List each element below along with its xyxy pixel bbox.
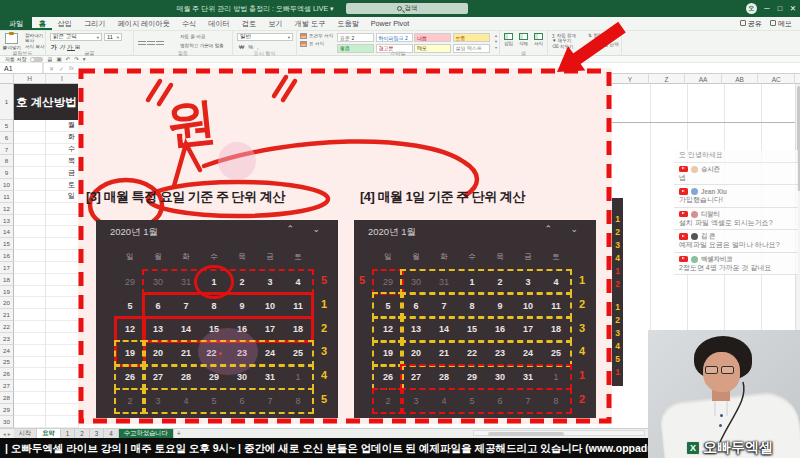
column-header[interactable]: I bbox=[46, 74, 79, 83]
redo-icon[interactable]: ↷ bbox=[74, 56, 79, 62]
row-header-12[interactable]: 12 bbox=[0, 203, 14, 215]
cell[interactable] bbox=[46, 203, 79, 215]
row-header-9[interactable]: 9 bbox=[0, 167, 14, 179]
row-header-22[interactable]: 22 bbox=[0, 321, 14, 333]
format-painter-button[interactable]: 서식 복사 bbox=[25, 44, 45, 49]
tab-Power Pivot[interactable]: Power Pivot bbox=[365, 17, 415, 30]
align-middle-icon[interactable] bbox=[147, 41, 155, 47]
tab-파일[interactable]: 파일 bbox=[0, 17, 32, 30]
column-header[interactable]: H bbox=[14, 74, 46, 83]
row-header-6[interactable]: 6 bbox=[0, 132, 14, 144]
cell[interactable]: 목 bbox=[46, 155, 79, 167]
row-header-17[interactable]: 17 bbox=[0, 262, 14, 274]
row-header-10[interactable]: 10 bbox=[0, 179, 14, 191]
column-header-Z[interactable]: Z bbox=[649, 74, 686, 84]
insert-cells-button[interactable]: 삽입 bbox=[501, 33, 516, 46]
row-header-18[interactable]: 18 bbox=[0, 274, 14, 286]
row-header-16[interactable]: 16 bbox=[0, 250, 14, 262]
paste-icon[interactable] bbox=[5, 33, 18, 44]
enter-icon[interactable]: ✓ bbox=[59, 65, 64, 72]
row-header-21[interactable]: 21 bbox=[0, 309, 14, 321]
row-header-8[interactable]: 8 bbox=[0, 155, 14, 167]
cell[interactable] bbox=[14, 357, 46, 369]
cell[interactable] bbox=[46, 392, 79, 404]
merge-center-button[interactable]: 병합하고 가운데 맞춤 bbox=[180, 43, 224, 48]
align-bottom-icon[interactable] bbox=[156, 41, 164, 47]
row-header-25[interactable]: 25 bbox=[0, 357, 14, 369]
cell[interactable]: 토 bbox=[46, 179, 79, 191]
sheet-tab-4[interactable]: 4 bbox=[104, 429, 119, 438]
row-header-13[interactable]: 13 bbox=[0, 215, 14, 227]
minimize-button[interactable]: ─ bbox=[761, 0, 773, 17]
cell[interactable] bbox=[14, 368, 46, 380]
tab-데이터[interactable]: 데이터 bbox=[202, 17, 236, 30]
qat-more-icon[interactable]: ▾ bbox=[83, 56, 86, 62]
cell[interactable] bbox=[14, 380, 46, 392]
format-as-table-button[interactable]: 표 서식 bbox=[300, 41, 333, 47]
tab-개발 도구[interactable]: 개발 도구 bbox=[289, 17, 332, 30]
format-cells-button[interactable]: 서식 bbox=[531, 33, 546, 46]
cell[interactable] bbox=[46, 286, 79, 298]
cell[interactable] bbox=[14, 286, 46, 298]
row-header-28[interactable]: 28 bbox=[0, 392, 14, 404]
cell[interactable] bbox=[14, 274, 46, 286]
row-header-26[interactable]: 26 bbox=[0, 368, 14, 380]
cell[interactable] bbox=[14, 297, 46, 309]
cell[interactable] bbox=[46, 262, 79, 274]
column-header-AB[interactable]: AB bbox=[722, 74, 759, 84]
cell[interactable] bbox=[14, 309, 46, 321]
column-header-Y[interactable]: Y bbox=[612, 74, 649, 84]
cell[interactable] bbox=[14, 191, 46, 203]
save-icon[interactable]: ▣ bbox=[56, 56, 61, 62]
column-header-AC[interactable]: AC bbox=[758, 74, 795, 84]
cell[interactable] bbox=[14, 132, 46, 144]
cell-style-하이퍼링크 2[interactable]: 하이퍼링크 2 bbox=[376, 33, 413, 42]
tab-그리기[interactable]: 그리기 bbox=[78, 17, 112, 30]
cell[interactable] bbox=[46, 380, 79, 392]
row-header-5[interactable]: 5 bbox=[0, 120, 14, 132]
cell[interactable] bbox=[14, 155, 46, 167]
tab-홈[interactable]: 홈 bbox=[32, 17, 51, 30]
cell[interactable] bbox=[14, 416, 46, 428]
row-header-14[interactable]: 14 bbox=[0, 226, 14, 238]
sheet-tab-시작[interactable]: 시작 bbox=[14, 429, 38, 438]
row-header-1[interactable]: 1 bbox=[0, 84, 14, 120]
user-avatar[interactable]: 오 bbox=[746, 3, 757, 14]
cell[interactable] bbox=[46, 416, 79, 428]
cell[interactable] bbox=[14, 144, 46, 156]
maximize-button[interactable]: □ bbox=[774, 0, 786, 17]
sheet-tab-1[interactable]: 1 bbox=[61, 429, 76, 438]
tab-수식[interactable]: 수식 bbox=[176, 17, 202, 30]
row-header-11[interactable]: 11 bbox=[0, 191, 14, 203]
row-header-30[interactable]: 30 bbox=[0, 416, 14, 428]
cell-style-보통[interactable]: 보통 bbox=[453, 33, 490, 42]
cell-style-표준 2[interactable]: 표준 2 bbox=[337, 33, 374, 42]
sheet-tab-요약[interactable]: 요약 bbox=[37, 429, 61, 438]
name-box[interactable]: A1 bbox=[0, 63, 44, 73]
cell[interactable] bbox=[14, 226, 46, 238]
cell[interactable] bbox=[14, 345, 46, 357]
select-all-corner[interactable] bbox=[0, 74, 14, 83]
cell[interactable] bbox=[46, 226, 79, 238]
undo-icon[interactable]: ↶ bbox=[66, 56, 71, 62]
horizontal-scrollbar-thumb[interactable] bbox=[488, 432, 564, 436]
tab-도움말[interactable]: 도움말 bbox=[331, 17, 365, 30]
column-header-AA[interactable]: AA bbox=[685, 74, 722, 84]
sheet-nav-left-icon[interactable]: ◂ bbox=[3, 431, 6, 437]
delete-cells-button[interactable]: 삭제 bbox=[516, 33, 531, 46]
row-header-23[interactable]: 23 bbox=[0, 333, 14, 345]
tab-보기[interactable]: 보기 bbox=[262, 17, 288, 30]
cell[interactable]: 화 bbox=[46, 132, 79, 144]
horizontal-scrollbar[interactable] bbox=[473, 430, 645, 436]
cell[interactable] bbox=[46, 357, 79, 369]
sheet-nav[interactable]: ◂ ▸ bbox=[0, 429, 14, 438]
merged-title-cell[interactable]: 호 계산방법 bbox=[14, 84, 79, 120]
sheet-tab-2[interactable]: 2 bbox=[75, 429, 90, 438]
row-header-24[interactable]: 24 bbox=[0, 345, 14, 357]
row-header-15[interactable]: 15 bbox=[0, 238, 14, 250]
cell[interactable]: 금 bbox=[46, 167, 79, 179]
cell[interactable] bbox=[14, 120, 46, 132]
cell[interactable] bbox=[14, 179, 46, 191]
cell[interactable] bbox=[46, 297, 79, 309]
cell[interactable] bbox=[14, 238, 46, 250]
